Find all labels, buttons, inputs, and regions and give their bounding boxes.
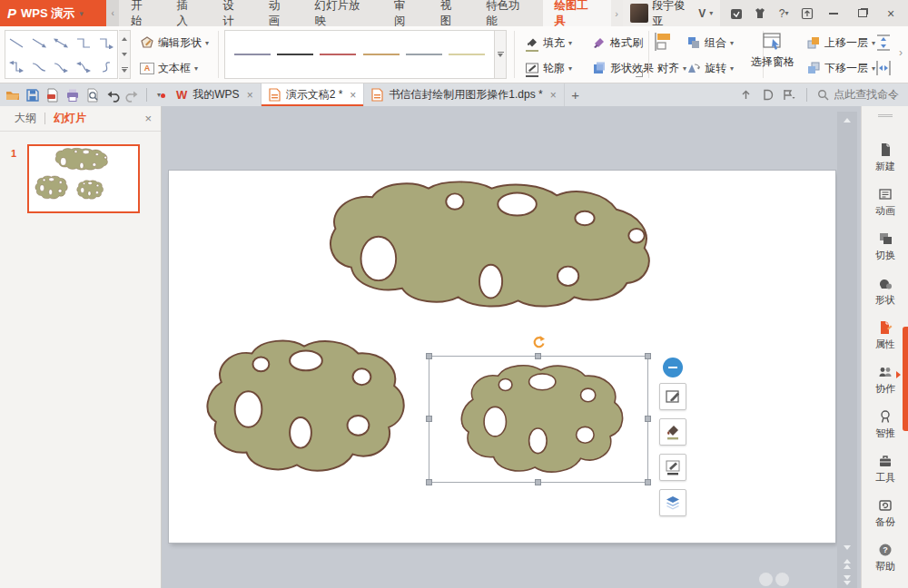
line-style-4[interactable] xyxy=(363,54,400,55)
previous-slide-button[interactable] xyxy=(837,555,857,572)
shape-curve-double-arrow-icon[interactable] xyxy=(73,54,95,78)
gallery-down-icon[interactable] xyxy=(119,46,130,62)
collapse-toolbar-button[interactable] xyxy=(663,358,683,377)
gallery-up-icon[interactable] xyxy=(119,31,130,46)
outline-button[interactable]: 轮廓 ▾ xyxy=(521,57,576,79)
menu-collapse-button[interactable]: ‹ xyxy=(106,0,119,26)
sidebar-item-shape[interactable]: 形状 xyxy=(862,272,908,312)
tab-drawing-tools[interactable]: 绘图工具 xyxy=(543,0,611,26)
format-painter-button[interactable]: 格式刷 xyxy=(588,32,646,54)
quick-edit-shape-button[interactable] xyxy=(659,383,686,410)
shape-arrow-icon[interactable] xyxy=(28,31,51,54)
line-style-6[interactable] xyxy=(449,54,485,55)
print-preview-icon[interactable] xyxy=(84,86,101,103)
close-panel-icon[interactable]: × xyxy=(144,112,152,125)
scroll-down-icon[interactable] xyxy=(837,539,857,555)
close-tab-icon[interactable]: × xyxy=(247,89,253,102)
restore-button[interactable] xyxy=(853,6,873,21)
help-button[interactable]: ? ▾ xyxy=(776,6,791,21)
line-gallery-more-icon[interactable] xyxy=(495,30,507,79)
resize-handle-n[interactable] xyxy=(535,353,541,359)
tab-animation[interactable]: 动画 xyxy=(257,0,303,26)
gallery-more-icon[interactable] xyxy=(119,63,130,78)
cloud-shape-top[interactable] xyxy=(331,181,649,306)
shape-elbow-icon[interactable] xyxy=(73,31,95,54)
ribbon-expand-icon[interactable]: › xyxy=(899,46,903,59)
expand-panel-arrow-icon[interactable] xyxy=(896,371,901,378)
tab-slideshow[interactable]: 幻灯片放映 xyxy=(302,0,382,26)
shape-curve-arrow-icon[interactable] xyxy=(50,54,73,78)
resize-handle-se[interactable] xyxy=(645,479,651,485)
quick-outline-button[interactable] xyxy=(659,454,686,481)
close-window-button[interactable]: × xyxy=(881,6,901,21)
next-slide-button[interactable] xyxy=(837,572,857,588)
rotate-button[interactable]: 旋转 ▾ xyxy=(683,57,737,79)
docer-icon[interactable] xyxy=(760,88,775,103)
tab-view[interactable]: 视图 xyxy=(429,0,475,26)
shape-double-arrow-icon[interactable] xyxy=(50,31,73,54)
resize-handle-e[interactable] xyxy=(645,416,651,422)
distribute-horizontal-icon[interactable] xyxy=(873,57,893,79)
resize-handle-nw[interactable] xyxy=(426,353,432,359)
shape-curve-icon[interactable] xyxy=(28,54,51,78)
export-pdf-icon[interactable] xyxy=(44,86,61,103)
tab-home[interactable]: 开始 xyxy=(119,0,165,26)
tab-review[interactable]: 审阅 xyxy=(382,0,429,26)
line-style-1[interactable] xyxy=(234,54,271,55)
distribute-vertical-icon[interactable] xyxy=(873,32,893,54)
app-logo[interactable]: P WPS 演示 ▾ xyxy=(0,0,106,26)
resize-handle-sw[interactable] xyxy=(426,479,432,485)
sidebar-item-tools[interactable]: 工具 xyxy=(862,450,908,490)
shape-line-icon[interactable] xyxy=(5,31,28,54)
share-icon[interactable] xyxy=(738,88,753,103)
tab-design[interactable]: 设计 xyxy=(211,0,257,26)
send-backward-button[interactable]: 下移一层 ▾ xyxy=(803,57,879,79)
open-file-icon[interactable] xyxy=(4,86,21,103)
quick-layers-button[interactable] xyxy=(659,489,686,516)
skin-icon[interactable] xyxy=(753,6,767,21)
undo-icon[interactable] xyxy=(104,86,121,103)
sidebar-item-backup[interactable]: 备份 xyxy=(862,495,908,534)
vertical-scrollbar[interactable] xyxy=(837,112,857,588)
user-account[interactable]: 段宇俊亚 V ▾ xyxy=(623,0,721,26)
minimize-button[interactable] xyxy=(824,6,844,21)
shape-elbow-double-arrow-icon[interactable] xyxy=(5,54,28,78)
line-style-2[interactable] xyxy=(277,54,313,55)
slide-thumbnail[interactable] xyxy=(27,144,140,213)
outline-tab[interactable]: 大纲 xyxy=(15,111,36,126)
save-icon[interactable] xyxy=(24,86,41,103)
edit-shape-button[interactable]: 编辑形状 ▾ xyxy=(136,32,212,54)
resize-handle-s[interactable] xyxy=(535,479,541,485)
line-style-5[interactable] xyxy=(406,54,442,55)
selection-pane-button[interactable]: 选择窗格 xyxy=(748,32,797,70)
close-tab-icon[interactable]: × xyxy=(550,89,557,102)
sidebar-item-new[interactable]: 新建 xyxy=(862,139,908,179)
slides-tab[interactable]: 幻灯片 xyxy=(54,111,86,126)
command-search[interactable]: 点此查找命令 xyxy=(817,87,899,103)
customize-qat-icon[interactable]: ▾ xyxy=(153,91,165,99)
fill-button[interactable]: 填充 ▾ xyxy=(521,32,576,54)
tab-presentation2[interactable]: 演示文稿2 * × xyxy=(262,83,365,106)
align-icon-button[interactable] xyxy=(654,31,676,53)
fullscreen-icon[interactable] xyxy=(800,6,814,21)
textbox-button[interactable]: A 文本框 ▾ xyxy=(136,57,202,79)
group-button[interactable]: 组合 ▾ xyxy=(683,32,737,54)
quick-fill-button[interactable] xyxy=(659,418,686,446)
tab-letter-envelope-doc[interactable]: 书信信封绘制用图形操作1.dps * × xyxy=(364,83,564,106)
sidebar-item-help[interactable]: ? 帮助 xyxy=(862,539,908,579)
sidebar-item-smart-recommend[interactable]: 智推 xyxy=(862,406,908,446)
resize-handle-ne[interactable] xyxy=(645,353,651,359)
shape-format-dialog-launcher[interactable] xyxy=(636,70,643,77)
message-icon[interactable] xyxy=(729,6,744,21)
tab-insert[interactable]: 插入 xyxy=(165,0,212,26)
bring-forward-button[interactable]: 上移一层 ▾ xyxy=(803,32,879,54)
drawing-tools-more-icon[interactable]: › xyxy=(611,0,623,26)
rotate-handle[interactable] xyxy=(531,335,546,349)
scroll-up-icon[interactable] xyxy=(837,112,857,128)
line-style-3[interactable] xyxy=(320,54,356,55)
sidebar-item-transition[interactable]: 切换 xyxy=(862,228,908,268)
close-tab-icon[interactable]: × xyxy=(350,89,356,102)
slide[interactable] xyxy=(169,171,835,543)
shape-elbow-arrow-icon[interactable] xyxy=(94,31,117,54)
redo-icon[interactable] xyxy=(123,86,141,103)
